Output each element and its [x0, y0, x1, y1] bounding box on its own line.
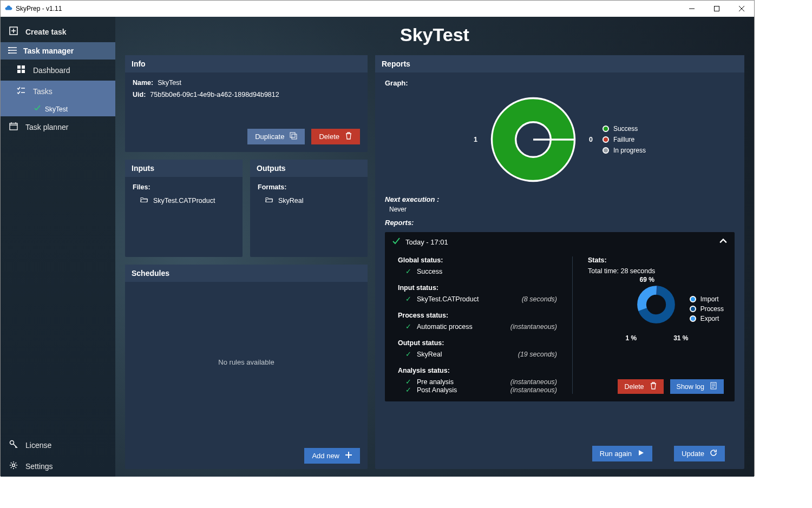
run-again-button[interactable]: Run again	[592, 446, 652, 461]
play-icon	[637, 449, 645, 458]
add-new-button[interactable]: Add new	[304, 448, 360, 464]
reports-list-label: Reports:	[385, 219, 735, 227]
page-title: SkyTest	[125, 24, 744, 45]
app-body: Create task Task manager Dashboard Tasks…	[1, 17, 754, 477]
button-label: Show log	[677, 383, 704, 391]
status-heading: Input status:	[398, 284, 561, 292]
delete-button[interactable]: Delete	[311, 129, 360, 144]
leg-import: Import	[700, 295, 719, 303]
update-button[interactable]: Update	[674, 446, 725, 461]
status-heading: Global status:	[398, 256, 561, 264]
status-heading: Output status:	[398, 339, 561, 347]
svg-rect-6	[22, 65, 25, 69]
input-file[interactable]: SkyTest.CATProduct	[133, 194, 235, 207]
report-delete-button[interactable]: Delete	[618, 379, 663, 394]
app-window: SkyPrep - v1.11 Create task Task manager…	[0, 0, 755, 476]
swatch-inprogress	[603, 147, 609, 154]
trash-icon	[650, 382, 657, 391]
svg-rect-5	[17, 65, 21, 69]
svg-point-11	[12, 464, 15, 467]
formats-label: Formats:	[258, 183, 360, 191]
sidebar-label: Settings	[25, 462, 53, 471]
reports-panel: Reports Graph: 1	[375, 55, 744, 469]
global-status: Global status: ✓Success	[398, 256, 561, 275]
calendar-icon	[9, 122, 18, 132]
sidebar-label: Task manager	[23, 47, 74, 55]
main-area: SkyTest Info Name:SkyTest Uid:75b5b0e6-0…	[115, 17, 754, 477]
status-heading: Process status:	[398, 312, 561, 319]
minimize-button[interactable]	[679, 1, 704, 17]
sidebar-task-manager[interactable]: Task manager	[1, 42, 115, 60]
sidebar-tasks[interactable]: Tasks	[1, 81, 115, 102]
duplicate-button[interactable]: Duplicate	[247, 129, 305, 144]
outputs-panel: Outputs Formats: SkyReal	[250, 160, 368, 257]
file-name: SkyTest.CATProduct	[153, 197, 215, 204]
graph-legend: Success Faillure In progress	[603, 125, 646, 154]
status-value: Post Analysis	[417, 386, 457, 394]
button-label: Add new	[312, 452, 339, 460]
sidebar-task-planner[interactable]: Task planner	[1, 116, 115, 137]
status-duration: (instantaneous)	[510, 323, 561, 331]
sidebar-label: Dashboard	[33, 66, 70, 75]
check-icon	[34, 105, 41, 113]
copy-icon	[290, 132, 297, 141]
sidebar-label: Create task	[25, 28, 67, 36]
folder-open-icon	[265, 196, 273, 204]
status-duration: (instantaneous)	[510, 378, 561, 386]
plus-box-icon	[9, 27, 18, 37]
sidebar-settings[interactable]: Settings	[1, 456, 115, 477]
sidebar-create-task[interactable]: Create task	[1, 21, 115, 42]
refresh-icon	[710, 449, 717, 458]
svg-rect-7	[17, 70, 21, 73]
sidebar-label: SkyTest	[45, 105, 68, 113]
info-name-value: SkyTest	[158, 79, 181, 87]
key-icon	[9, 440, 18, 450]
button-label: Run again	[600, 450, 632, 458]
stats-heading: Stats:	[588, 256, 724, 264]
input-status: Input status: ✓SkyTest.CATProduct(8 seco…	[398, 284, 561, 303]
schedules-empty-text: No rules available	[125, 282, 368, 443]
report-item-header[interactable]: Today - 17:01	[385, 232, 735, 252]
status-duration: (instantaneous)	[510, 386, 561, 394]
panel-header: Inputs	[125, 160, 243, 177]
files-label: Files:	[133, 183, 235, 191]
leg-process: Process	[700, 305, 724, 313]
panel-header: Outputs	[250, 160, 368, 177]
legend-success: Success	[613, 125, 638, 133]
sidebar-license[interactable]: License	[1, 434, 115, 456]
dashboard-icon	[17, 65, 25, 75]
svg-rect-13	[292, 134, 297, 139]
schedules-panel: Schedules No rules available Add new	[125, 265, 368, 469]
svg-rect-12	[290, 133, 295, 137]
status-value: Success	[417, 268, 442, 275]
graph-left-value: 1	[474, 136, 477, 143]
sidebar-label: License	[25, 441, 51, 450]
output-format[interactable]: SkyReal	[258, 194, 360, 207]
gear-icon	[9, 461, 18, 471]
swatch-export	[690, 315, 696, 322]
chevron-up-icon[interactable]	[719, 237, 727, 247]
info-panel: Info Name:SkyTest Uid:75b5b0e6-09c1-4e9b…	[125, 55, 368, 152]
stats-legend: Import Process Export	[690, 295, 724, 322]
svg-rect-3	[8, 50, 10, 51]
swatch-failure	[603, 136, 609, 143]
close-button[interactable]	[729, 1, 754, 17]
button-label: Duplicate	[255, 133, 284, 141]
graph-right-value: 0	[589, 136, 593, 143]
status-duration: (8 seconds)	[522, 295, 561, 303]
svg-rect-2	[8, 47, 10, 48]
show-log-button[interactable]: Show log	[670, 379, 724, 394]
next-exec-value: Never	[385, 206, 735, 213]
pct-export: 31 %	[673, 334, 688, 342]
svg-point-20	[648, 296, 664, 313]
swatch-success	[603, 126, 609, 132]
document-icon	[710, 382, 717, 391]
status-heading: Analysis status:	[398, 367, 561, 374]
sidebar-task-skytest[interactable]: SkyTest	[1, 102, 115, 116]
report-time: Today - 17:01	[405, 238, 448, 246]
sidebar-label: Tasks	[33, 87, 53, 96]
info-name-label: Name:	[133, 79, 153, 87]
sidebar-dashboard[interactable]: Dashboard	[1, 60, 115, 81]
maximize-button[interactable]	[704, 1, 729, 17]
plus-icon	[345, 451, 352, 460]
